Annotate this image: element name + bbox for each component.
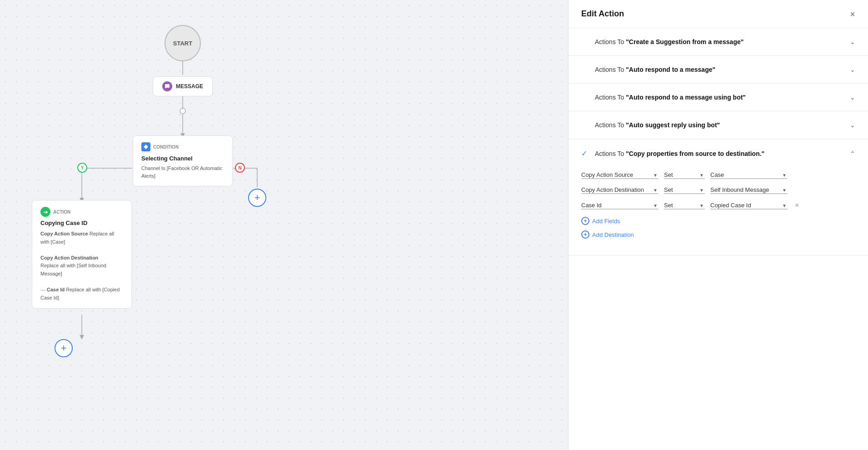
start-label: START [173,40,192,47]
chevron-suggestion: ⌄ [850,38,855,45]
set-select-2[interactable]: Set [664,186,705,194]
message-node[interactable]: MESSAGE [153,76,213,96]
value-select-1[interactable]: Case [710,171,788,179]
chevron-auto-suggest-bot: ⌄ [850,121,855,129]
action-icon: ➜ [40,207,50,217]
accordion-auto-suggest-bot: Actions To "Auto suggest reply using bot… [569,111,868,139]
condition-node[interactable]: CONDITION Selecting Channel Channel Is [… [133,135,233,186]
set-select-wrapper-2[interactable]: Set ▼ [664,186,705,194]
field-row-1: Copy Action Source ▼ Set ▼ Case ▼ [581,171,855,179]
action-node[interactable]: ➜ ACTION Copying Case ID Copy Action Sou… [32,200,132,309]
condition-label: CONDITION [153,145,179,150]
message-icon [162,81,172,91]
yes-badge: Y [77,163,87,173]
set-select-1[interactable]: Set [664,171,705,179]
add-fields-button[interactable]: + Add Fields [581,217,620,225]
field-row-3: Case Id ▼ Set ▼ Copied Case Id ▼ × [581,201,855,210]
add-fields-icon: + [581,217,589,225]
action-body: Copy Action Source Replace all with [Cas… [40,230,123,302]
accordion-suggestion: Actions To "Create a Suggestion from a m… [569,28,868,56]
condition-body: Channel Is [Facebook OR Automatic Alerts… [141,165,224,180]
accordion-title-suggestion: Actions To "Create a Suggestion from a m… [595,38,743,45]
source-select-3[interactable]: Case Id [581,202,658,210]
add-button-bottom[interactable]: + [55,339,73,357]
action-type-label: ACTION [53,210,70,215]
add-destination-button[interactable]: + Add Destination [581,230,634,239]
workflow-canvas: START MESSAGE CONDITION Selecting Channe… [0,0,568,450]
add-destination-label: Add Destination [592,231,634,238]
value-select-2[interactable]: Self Inbound Message [710,186,788,194]
add-button-right[interactable]: + [248,189,266,207]
source-select-wrapper-2[interactable]: Copy Action Destination ▼ [581,186,658,194]
edit-action-panel: Edit Action × Actions To "Create a Sugge… [568,0,868,450]
accordion-header-suggestion[interactable]: Actions To "Create a Suggestion from a m… [569,28,868,55]
set-select-3[interactable]: Set [664,202,705,210]
accordion-header-auto-respond[interactable]: Actions To "Auto respond to a message" ⌄ [569,56,868,83]
svg-point-2 [180,108,185,114]
accordion-title-auto-respond-bot: Actions To "Auto respond to a message us… [595,94,746,101]
svg-marker-11 [80,335,84,340]
accordion-copy-properties: ✓ Actions To "Copy properties from sourc… [569,139,868,255]
accordion-auto-respond: Actions To "Auto respond to a message" ⌄ [569,56,868,84]
accordion-header-auto-suggest-bot[interactable]: Actions To "Auto suggest reply using bot… [569,111,868,139]
value-select-3[interactable]: Copied Case Id [710,202,788,210]
no-badge: N [235,163,245,173]
action-header: ➜ ACTION [40,207,123,217]
chevron-auto-respond: ⌄ [850,66,855,73]
value-select-wrapper-2[interactable]: Self Inbound Message ▼ [710,186,788,194]
source-select-1[interactable]: Copy Action Source [581,171,658,179]
set-select-wrapper-1[interactable]: Set ▼ [664,171,705,179]
add-fields-label: Add Fields [592,218,620,225]
panel-title: Edit Action [581,9,624,19]
set-select-wrapper-3[interactable]: Set ▼ [664,202,705,210]
action-title: Copying Case ID [40,220,123,226]
accordion-header-auto-respond-bot[interactable]: Actions To "Auto respond to a message us… [569,84,868,111]
field-row-2: Copy Action Destination ▼ Set ▼ Self Inb… [581,186,855,194]
condition-title: Selecting Channel [141,155,224,162]
value-select-wrapper-3[interactable]: Copied Case Id ▼ [710,202,788,210]
condition-icon [141,142,150,151]
accordion-header-copy-properties[interactable]: ✓ Actions To "Copy properties from sourc… [569,139,868,168]
condition-header: CONDITION [141,142,224,151]
accordion-title-auto-respond: Actions To "Auto respond to a message" [595,66,715,73]
add-destination-icon: + [581,230,589,239]
chevron-copy-properties: ⌄ [850,150,855,157]
source-select-wrapper-1[interactable]: Copy Action Source ▼ [581,171,658,179]
check-copy-properties: ✓ [581,149,590,158]
accordion-title-auto-suggest-bot: Actions To "Auto suggest reply using bot… [595,121,720,129]
accordion-title-copy-properties: Actions To "Copy properties from source … [595,150,764,157]
accordion-auto-respond-bot: Actions To "Auto respond to a message us… [569,84,868,111]
close-button[interactable]: × [850,10,855,19]
panel-header: Edit Action × [569,0,868,28]
message-label: MESSAGE [176,83,203,90]
chevron-auto-respond-bot: ⌄ [850,94,855,101]
start-node: START [165,25,201,61]
source-select-2[interactable]: Copy Action Destination [581,186,658,194]
copy-properties-content: Copy Action Source ▼ Set ▼ Case ▼ [569,168,868,255]
value-select-wrapper-1[interactable]: Case ▼ [710,171,788,179]
delete-row-3-button[interactable]: × [793,201,801,210]
source-select-wrapper-3[interactable]: Case Id ▼ [581,202,658,210]
